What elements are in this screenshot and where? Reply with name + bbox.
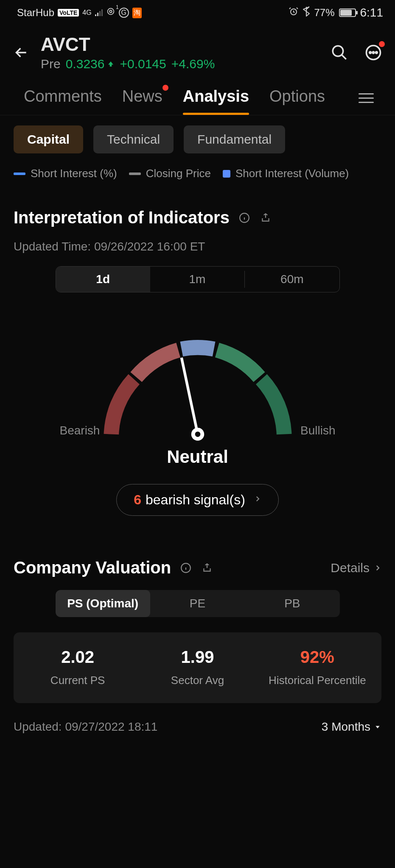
valuation-updated: Updated: 09/27/2022 18:11 [14, 720, 157, 734]
legend-short-vol[interactable]: Short Interest (Volume) [223, 167, 349, 180]
hist-pct-value: 92% [258, 648, 377, 667]
current-ps-label: Current PS [18, 673, 137, 688]
bluetooth-icon [303, 6, 310, 19]
status-bar: StarHub VoLTE 4G 1 G 淘 77% 6:11 [0, 0, 395, 25]
timeframe-selector: 1d 1m 60m [56, 266, 340, 292]
pill-fundamental[interactable]: Fundamental [184, 125, 285, 153]
svg-point-9 [370, 52, 371, 53]
svg-point-10 [373, 52, 374, 53]
status-left: StarHub VoLTE 4G 1 G 淘 [17, 7, 142, 19]
gauge-bearish-label: Bearish [60, 424, 100, 437]
hist-pct-label: Historical Percentile [258, 673, 377, 688]
signals-count: 6 [134, 492, 141, 508]
search-button[interactable] [330, 43, 349, 62]
chart-legend: Short Interest (%) Closing Price Short I… [0, 164, 395, 193]
chevron-right-icon [374, 562, 381, 573]
gauge-result: Neutral [167, 447, 228, 467]
indicators-section: Interpretation of Indicators Updated Tim… [0, 193, 395, 529]
tab-analysis[interactable]: Analysis [183, 87, 249, 109]
main-tabs: Comments News Analysis Options [0, 81, 395, 115]
seg-ps[interactable]: PS (Optimal) [56, 590, 150, 617]
svg-point-4 [109, 10, 112, 13]
carrier-label: StarHub [17, 7, 54, 19]
legend-short-pct[interactable]: Short Interest (%) [14, 167, 117, 180]
current-ps-col: 2.02 Current PS [18, 648, 137, 688]
svg-rect-2 [99, 11, 101, 16]
chevron-down-icon [374, 724, 381, 730]
gauge-bullish-label: Bullish [300, 424, 335, 437]
svg-point-7 [333, 46, 343, 56]
taobao-icon: 淘 [132, 8, 142, 18]
analysis-filter-row: Capital Technical Fundamental [0, 115, 395, 164]
time-label: 6:11 [360, 6, 384, 19]
current-ps-value: 2.02 [18, 648, 137, 667]
timeframe-60m[interactable]: 60m [245, 267, 339, 292]
sector-avg-label: Sector Avg [137, 673, 257, 688]
chevron-right-icon [254, 492, 261, 508]
seg-pb[interactable]: PB [245, 590, 339, 617]
g-icon: G [119, 8, 129, 18]
ticker-symbol: AVCT [41, 34, 319, 55]
tab-comments[interactable]: Comments [24, 87, 102, 109]
share-icon[interactable] [259, 211, 272, 224]
seg-pe[interactable]: PE [150, 590, 245, 617]
signal-icon [95, 7, 103, 19]
hotspot-icon: 1 [106, 7, 115, 19]
valuation-metric-selector: PS (Optimal) PE PB [56, 590, 340, 617]
signals-button[interactable]: 6 bearish signal(s) [116, 484, 279, 516]
alarm-icon [289, 6, 299, 19]
price-pct: +4.69% [171, 57, 215, 71]
sentiment-gauge: Bearish Bullish Neutral 6 bearish signal… [14, 326, 381, 524]
valuation-header: Company Valuation Details [0, 529, 395, 577]
valuation-footer: Updated: 09/27/2022 18:11 3 Months [0, 703, 395, 734]
tab-options[interactable]: Options [269, 87, 325, 109]
tab-news[interactable]: News [122, 87, 162, 109]
menu-button[interactable] [359, 93, 374, 103]
price-change: +0.0145 [120, 57, 166, 71]
news-dot [162, 85, 168, 91]
details-button[interactable]: Details [331, 561, 381, 575]
battery-pct: 77% [314, 7, 334, 19]
up-arrow-icon [107, 60, 115, 68]
ticker-block: AVCT Pre 0.3236 +0.0145 +4.69% [41, 34, 319, 71]
header: AVCT Pre 0.3236 +0.0145 +4.69% [0, 25, 395, 81]
volte-badge: VoLTE [58, 9, 79, 17]
timeframe-1m[interactable]: 1m [150, 267, 244, 292]
pill-capital[interactable]: Capital [14, 125, 83, 153]
indicators-title: Interpretation of Indicators [14, 208, 230, 227]
share-icon[interactable] [201, 562, 213, 574]
svg-line-13 [181, 358, 197, 434]
notification-dot [379, 41, 385, 47]
battery-icon [339, 8, 356, 17]
valuation-title: Company Valuation [14, 558, 171, 577]
svg-rect-0 [95, 14, 96, 16]
svg-rect-1 [97, 13, 98, 16]
sector-avg-value: 1.99 [137, 648, 257, 667]
network-label: 4G [82, 9, 91, 17]
svg-rect-3 [101, 9, 103, 16]
timeframe-1d[interactable]: 1d [56, 267, 150, 292]
header-icons [330, 43, 383, 62]
pre-label: Pre [41, 57, 61, 71]
signals-text: bearish signal(s) [146, 492, 245, 508]
indicators-updated: Updated Time: 09/26/2022 16:00 ET [14, 240, 381, 253]
back-button[interactable] [12, 43, 31, 62]
legend-closing[interactable]: Closing Price [129, 167, 211, 180]
price-value: 0.3236 [66, 57, 115, 71]
chat-button[interactable] [364, 43, 383, 62]
period-selector[interactable]: 3 Months [322, 720, 381, 734]
price-line: Pre 0.3236 +0.0145 +4.69% [41, 57, 319, 71]
sector-avg-col: 1.99 Sector Avg [137, 648, 257, 688]
hist-pct-col: 92% Historical Percentile [258, 648, 377, 688]
valuation-box: 2.02 Current PS 1.99 Sector Avg 92% Hist… [14, 632, 381, 703]
info-icon[interactable] [238, 211, 251, 224]
pill-technical[interactable]: Technical [93, 125, 174, 153]
status-right: 77% 6:11 [289, 6, 383, 19]
svg-point-11 [376, 52, 378, 53]
svg-point-5 [107, 8, 114, 15]
info-icon[interactable] [179, 562, 192, 574]
